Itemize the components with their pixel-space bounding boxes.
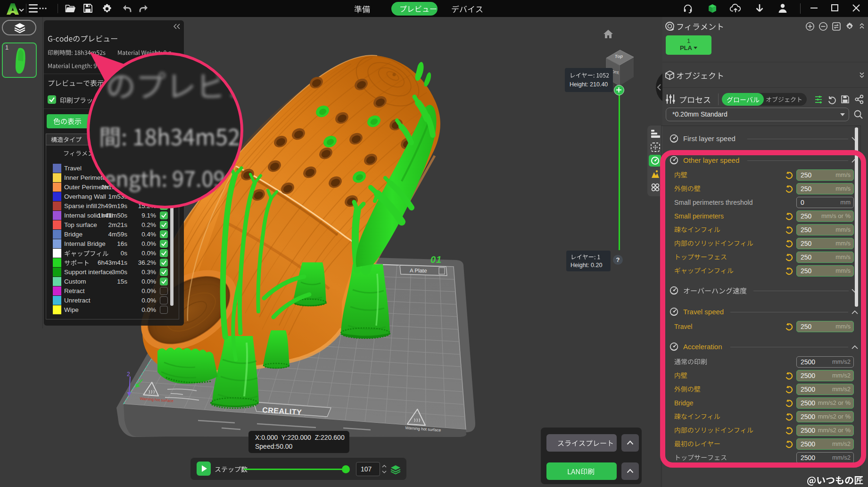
svg-text:A Plate: A Plate [410, 268, 427, 274]
svg-text:01: 01 [430, 254, 442, 265]
svg-text:2: 2 [127, 371, 130, 378]
svg-text:Top: Top [614, 53, 623, 59]
